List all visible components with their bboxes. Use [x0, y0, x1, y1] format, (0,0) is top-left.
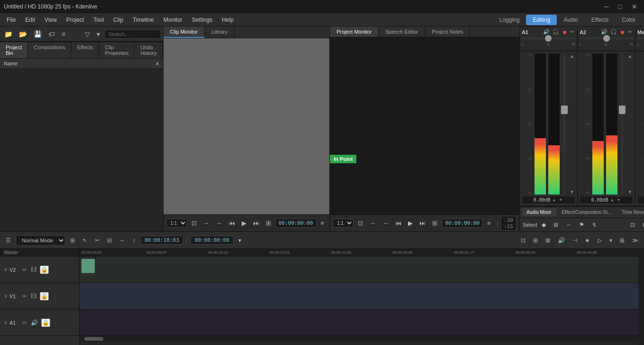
a2-record-button[interactable]: ⏺ — [619, 28, 626, 35]
a1-dec-button[interactable]: ▼ — [569, 189, 575, 195]
tab-clip-properties[interactable]: Clip Properties — [99, 42, 135, 58]
audio-split-button[interactable]: ⊣ — [570, 236, 580, 245]
a1-headphone-button[interactable]: 🎧 — [552, 28, 560, 35]
pm-zoom-select[interactable]: 1:1 — [333, 219, 354, 228]
mark-in-button[interactable]: ⊞ — [263, 218, 273, 228]
footer-btn-1[interactable]: ◆ — [539, 220, 549, 230]
a1-inc-button[interactable]: ▲ — [569, 53, 575, 59]
tab-time-remapping[interactable]: Time Remapping — [617, 208, 644, 216]
a2-mute-button[interactable]: 🔊 — [600, 28, 608, 35]
monitor-menu-button[interactable]: ≡ — [318, 218, 327, 228]
footer-zoom-btn[interactable]: ⊟ — [640, 220, 644, 230]
close-button[interactable]: ✕ — [629, 2, 640, 11]
audio-sync-button[interactable]: 🔊 — [555, 236, 568, 245]
footer-btn-2[interactable]: ⊞ — [551, 220, 561, 230]
fit-to-monitor-button[interactable]: ⊡ — [189, 218, 199, 228]
tab-undo-history[interactable]: Undo History — [135, 42, 163, 58]
pm-zoom-in-button[interactable]: ↔ — [367, 218, 378, 228]
tab-audio-mixer[interactable]: Audio Mixer — [522, 208, 556, 216]
pm-menu-button[interactable]: ≡ — [485, 218, 493, 228]
a1-effects-button[interactable]: ✏ — [21, 318, 28, 327]
a2-inc-button[interactable]: ▲ — [626, 53, 633, 59]
a1-fader-handle[interactable] — [561, 106, 568, 114]
a2-fader[interactable] — [619, 53, 626, 195]
a1-db-dec[interactable]: ▼ — [558, 197, 563, 203]
a2-headphone-button[interactable]: 🎧 — [609, 28, 618, 35]
rewind-button[interactable]: ⏮ — [227, 218, 237, 228]
pm-zoom-out-button[interactable]: ↔ — [380, 218, 391, 228]
effects-button[interactable]: ⊞ — [617, 236, 627, 245]
v1-effects-button[interactable]: ✏ — [21, 292, 28, 301]
tab-editing[interactable]: Editing — [526, 15, 557, 25]
v1-lock-button[interactable]: 🔒 — [40, 292, 49, 301]
insert-tool[interactable]: ⊟ — [104, 236, 115, 245]
menu-project[interactable]: Project — [62, 15, 89, 25]
pm-fit-button[interactable]: ⊡ — [355, 218, 365, 228]
open-button[interactable]: 📂 — [17, 29, 29, 39]
new-bin-button[interactable]: 📁 — [2, 29, 15, 39]
a2-settings-button[interactable]: ✏ — [627, 28, 633, 35]
tab-color[interactable]: Color — [615, 15, 642, 25]
a2-fader-handle[interactable] — [619, 106, 626, 114]
play-zone-button[interactable]: ▷ — [595, 236, 605, 245]
v2-effects-button[interactable]: ✏ — [21, 265, 28, 274]
timeline-scrollbar-thumb[interactable] — [84, 337, 103, 341]
maximize-button[interactable]: □ — [616, 2, 625, 11]
a2-pan-knob[interactable] — [603, 35, 610, 42]
footer-btn-3[interactable]: ↔ — [563, 220, 574, 230]
a1-mute-track-button[interactable]: 🔊 — [29, 318, 39, 327]
pm-forward-button[interactable]: ⏭ — [417, 218, 428, 228]
tab-compositions[interactable]: Compositions — [28, 42, 72, 58]
menu-settings[interactable]: Settings — [187, 15, 217, 25]
a1-lock-button[interactable]: 🔒 — [41, 318, 50, 327]
menu-clip[interactable]: Clip — [109, 15, 128, 25]
menu-file[interactable]: File — [2, 15, 20, 25]
menu-help[interactable]: Help — [217, 15, 238, 25]
window-controls[interactable]: ─ □ ✕ — [601, 2, 640, 11]
a1-mute-button[interactable]: 🔊 — [542, 28, 551, 35]
add-tracks-button[interactable]: ⊞ — [530, 236, 541, 245]
filter-icon[interactable]: ▽ — [82, 29, 92, 39]
v2-lock-button[interactable]: 🔒 — [40, 265, 49, 274]
zoom-select[interactable]: 1:1 — [166, 219, 187, 228]
tab-clip-monitor[interactable]: Clip Monitor — [163, 27, 205, 38]
timeline-settings-button[interactable]: ☰ — [3, 236, 14, 245]
master-pan-slider[interactable]: L 0 R — [637, 37, 644, 47]
pm-play-button[interactable]: ▶ — [406, 218, 415, 228]
minimize-button[interactable]: ─ — [601, 2, 612, 11]
a1-settings-button[interactable]: ✏ — [569, 28, 575, 35]
a2-dec-button[interactable]: ▼ — [626, 189, 633, 195]
menu-timeline[interactable]: Timeline — [128, 15, 159, 25]
footer-fit-btn[interactable]: ⊡ — [627, 220, 638, 230]
tab-project-notes[interactable]: Project Notes — [425, 27, 470, 37]
pm-rewind-button[interactable]: ⏮ — [393, 218, 404, 228]
a2-db-dec[interactable]: ▼ — [616, 197, 622, 203]
search-input[interactable] — [104, 29, 161, 39]
a2-db-inc[interactable]: ▲ — [609, 197, 615, 203]
footer-btn-4[interactable]: ⚑ — [576, 220, 587, 230]
a1-record-button[interactable]: ⏺ — [561, 28, 568, 35]
a1-expand-button[interactable]: ∨ — [4, 319, 8, 326]
menu-monitor[interactable]: Monitor — [159, 15, 187, 25]
play-options-button[interactable]: ▾ — [607, 236, 615, 245]
tab-logging[interactable]: Logging — [493, 15, 526, 25]
tab-effects[interactable]: Effects — [585, 15, 615, 25]
tab-project-monitor[interactable]: Project Monitor — [330, 27, 379, 37]
spacer-tool[interactable]: ↕ — [130, 236, 138, 245]
tab-speech-editor[interactable]: Speech Editor — [379, 27, 425, 37]
v2-thumbnail-button[interactable]: 🎞 — [29, 265, 38, 274]
a1-pan-slider[interactable]: L 0 R — [522, 37, 575, 47]
collapse-icon[interactable]: ∧ — [155, 61, 159, 67]
a2-pan-slider[interactable]: L 0 R — [580, 37, 633, 47]
timeline-vscrollbar[interactable] — [638, 249, 644, 345]
tag-button[interactable]: 🏷 — [46, 29, 57, 39]
tab-effect-composition[interactable]: Effect/Composition St... — [557, 208, 616, 216]
group-button[interactable]: ⊞ — [67, 236, 78, 245]
save-button[interactable]: 💾 — [31, 29, 44, 39]
cut-tool[interactable]: ✂ — [92, 236, 102, 245]
v1-thumbnail-button[interactable]: 🎞 — [29, 292, 38, 301]
tab-effects[interactable]: Effects — [72, 42, 99, 58]
tab-audio[interactable]: Audio — [557, 15, 585, 25]
time-options-button[interactable]: ▾ — [236, 236, 244, 245]
bookmark-button[interactable]: ★ — [582, 236, 593, 245]
